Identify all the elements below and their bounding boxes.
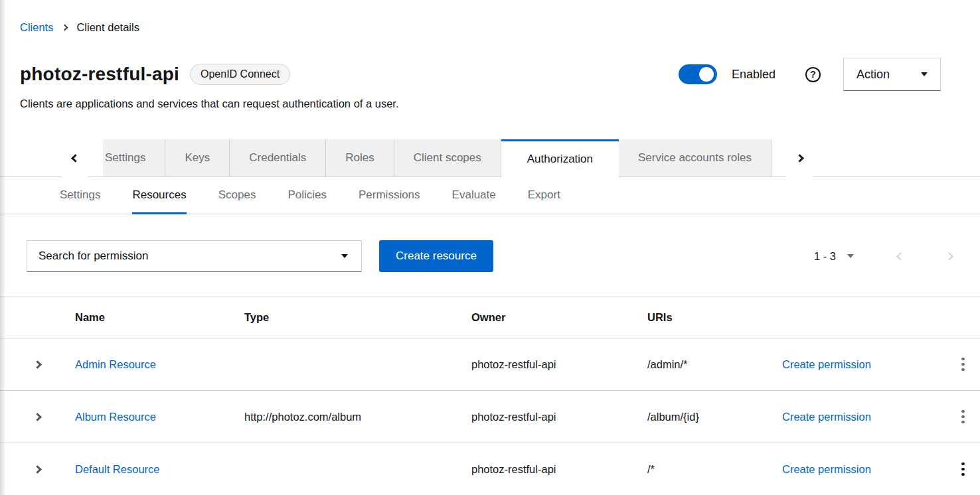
chevron-left-icon [896, 252, 905, 261]
create-permission-link[interactable]: Create permission [782, 358, 871, 370]
authorization-subtabs: Settings Resources Scopes Policies Permi… [0, 177, 980, 214]
row-expand-button[interactable] [31, 410, 44, 424]
chevron-right-icon [33, 360, 42, 369]
subtab-export[interactable]: Export [528, 177, 560, 214]
subtab-resources[interactable]: Resources [132, 177, 186, 214]
chevron-right-icon [33, 465, 42, 474]
pagination-next-button[interactable] [943, 249, 955, 264]
search-permission-value: Search for permission [39, 249, 148, 263]
table-row: Default Resource photoz-restful-api /* C… [0, 443, 980, 495]
action-dropdown-label: Action [857, 68, 890, 82]
subtab-permissions[interactable]: Permissions [359, 177, 420, 214]
resource-owner: photoz-restful-api [471, 358, 647, 371]
create-permission-link[interactable]: Create permission [782, 463, 871, 475]
column-header-uris: URIs [647, 311, 782, 324]
tabs-scroll-left-button[interactable] [62, 139, 88, 177]
breadcrumb-link-clients[interactable]: Clients [20, 21, 53, 34]
chevron-right-icon [945, 252, 953, 261]
table-row: Admin Resource photoz-restful-api /admin… [0, 338, 980, 391]
breadcrumb: Clients Client details [0, 0, 980, 34]
resource-uris: /* [647, 463, 782, 476]
subtab-settings[interactable]: Settings [60, 177, 100, 214]
page-header: photoz-restful-api OpenID Connect Enable… [20, 58, 941, 91]
search-permission-select[interactable]: Search for permission [27, 240, 362, 272]
resources-table: Name Type Owner URIs Admin Resource phot… [0, 297, 980, 495]
kebab-vertical-icon[interactable] [955, 406, 971, 428]
column-header-name: Name [75, 311, 244, 324]
subtab-scopes[interactable]: Scopes [218, 177, 256, 214]
resource-owner: photoz-restful-api [471, 463, 647, 476]
create-permission-link[interactable]: Create permission [782, 411, 871, 423]
pagination: 1 - 3 [814, 249, 955, 264]
resource-name-link[interactable]: Admin Resource [75, 358, 156, 370]
tabs-scroll-area: Settings Keys Credentials Roles Client s… [103, 139, 772, 177]
resource-name-link[interactable]: Default Resource [75, 463, 159, 475]
pagination-range-dropdown[interactable]: 1 - 3 [814, 250, 854, 263]
tab-authorization[interactable]: Authorization [501, 139, 619, 177]
tabs-scroll-right-button[interactable] [786, 139, 813, 177]
pagination-nav [895, 249, 955, 264]
chevron-left-icon [71, 154, 80, 163]
help-icon[interactable] [805, 67, 821, 82]
chevron-right-icon [33, 413, 42, 421]
breadcrumb-current: Client details [76, 21, 139, 34]
client-tabs: Settings Keys Credentials Roles Client s… [0, 139, 980, 177]
table-header-row: Name Type Owner URIs [0, 297, 980, 338]
resource-uris: /album/{id} [647, 411, 782, 423]
chevron-right-icon [795, 154, 804, 163]
row-expand-button[interactable] [31, 358, 44, 372]
caret-down-icon [847, 254, 854, 258]
column-header-type: Type [244, 311, 471, 324]
tab-credentials[interactable]: Credentials [230, 139, 326, 177]
table-row: Album Resource http://photoz.com/album p… [0, 391, 980, 443]
tab-service-accounts-roles[interactable]: Service accounts roles [619, 139, 772, 177]
kebab-vertical-icon[interactable] [955, 459, 971, 480]
tab-keys[interactable]: Keys [165, 139, 230, 177]
resources-toolbar: Search for permission Create resource 1 … [0, 214, 980, 272]
pagination-prev-button[interactable] [895, 249, 906, 264]
resource-name-link[interactable]: Album Resource [75, 411, 156, 423]
pagination-range: 1 - 3 [814, 250, 836, 263]
subtab-policies[interactable]: Policies [287, 177, 327, 214]
protocol-badge: OpenID Connect [190, 64, 290, 85]
page-title: photoz-restful-api [20, 64, 179, 85]
chevron-right-icon [62, 25, 67, 30]
enabled-label: Enabled [732, 68, 776, 82]
page-description: Clients are applications and services th… [20, 98, 960, 110]
header-controls: Enabled Action [679, 58, 941, 91]
tab-roles[interactable]: Roles [326, 139, 394, 177]
resource-owner: photoz-restful-api [471, 411, 647, 423]
toggle-knob-icon [699, 67, 714, 82]
column-header-owner: Owner [471, 311, 647, 324]
action-dropdown[interactable]: Action [843, 58, 941, 91]
row-expand-button[interactable] [31, 462, 44, 476]
caret-down-icon [341, 254, 348, 258]
resource-type: http://photoz.com/album [244, 411, 471, 423]
enabled-toggle[interactable] [679, 64, 717, 84]
tab-client-scopes[interactable]: Client scopes [394, 139, 501, 177]
tab-settings[interactable]: Settings [103, 139, 165, 177]
caret-down-icon [921, 72, 928, 76]
resource-uris: /admin/* [647, 358, 782, 371]
create-resource-button[interactable]: Create resource [379, 240, 493, 272]
subtab-evaluate[interactable]: Evaluate [452, 177, 496, 214]
kebab-vertical-icon[interactable] [955, 354, 971, 376]
